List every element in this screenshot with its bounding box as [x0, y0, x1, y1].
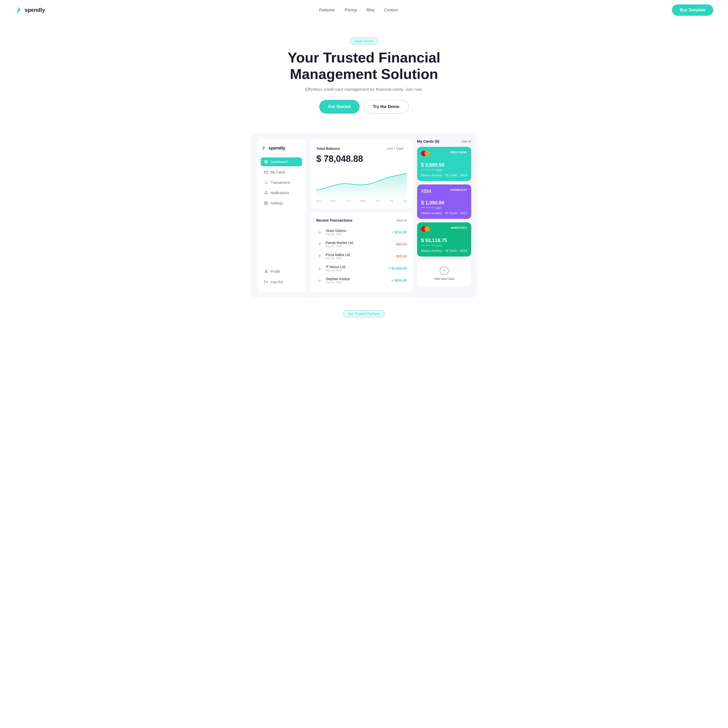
tx-name-1: Panda Market Ltd.: [326, 241, 354, 245]
card-number-1: **** **** **** 9981: [421, 206, 467, 210]
try-demo-button[interactable]: Try the Demo: [364, 100, 409, 114]
card-type-2: Debit: [450, 249, 457, 252]
navbar: spendly Features Pricing Blog Contact Bu…: [0, 0, 728, 20]
tx-date-2: Sep 26, 2023: [326, 257, 351, 260]
svg-point-14: [265, 270, 267, 271]
tx-name-0: Victor Dobrov: [326, 229, 347, 232]
nav-links: Features Pricing Blog Contact: [319, 8, 398, 12]
sidebar-item-profile-label: Profile: [271, 269, 280, 274]
hero-buttons: Get Started Try the Demo: [5, 100, 723, 114]
credit-card-0: HEXA BANK $ 2,680.50 **** **** **** 3456…: [417, 147, 471, 181]
card-amount-1: $ 1,350.86: [421, 200, 467, 206]
profile-icon: [264, 269, 268, 274]
sidebar-bottom: Profile Log Out: [261, 262, 302, 286]
chart-area: [316, 168, 407, 197]
table-row: Panda Market Ltd. Sep 26, 2023 - $85.00: [316, 238, 407, 250]
sidebar-item-dashboard-label: Dashboard: [271, 160, 288, 164]
transactions-view-all[interactable]: view all: [396, 219, 407, 222]
chart-label-sun: Sun: [316, 199, 321, 202]
tx-arrow-icon-1: [316, 241, 323, 248]
card-type-1: Credit: [449, 211, 457, 215]
chart-label-wed: Wed: [360, 199, 366, 202]
sidebar-item-profile[interactable]: Profile: [261, 267, 302, 276]
dashboard-preview: spendly Dashboard My Cards Transactions: [251, 133, 477, 298]
tx-name-3: IT Nexus Ltd.: [326, 265, 346, 269]
period-selector[interactable]: Last 7 Days: [384, 145, 407, 152]
card-holder-1: Markus Aurelius: [421, 211, 442, 215]
nfc-icon-0: [445, 174, 448, 177]
svg-marker-0: [17, 7, 21, 13]
card-amount-0: $ 2,680.50: [421, 162, 467, 168]
hero-subtitle: Effortless credit card management for fi…: [5, 87, 723, 92]
nav-pricing[interactable]: Pricing: [344, 8, 356, 12]
svg-rect-6: [265, 162, 266, 163]
chart-label-sat: Sat: [402, 199, 407, 202]
buy-template-button[interactable]: Buy Template: [672, 5, 713, 16]
chart-label-tue: Tue: [346, 199, 350, 202]
card-icon: [264, 170, 268, 174]
cards-view-all[interactable]: view all: [462, 140, 471, 143]
right-panel: My Cards (5) view all HEXA BANK $ 2,680.…: [417, 139, 471, 292]
nav-features[interactable]: Features: [319, 8, 335, 12]
add-card-icon: +: [440, 266, 449, 275]
card-amount-2: $ 53,118.75: [421, 238, 467, 243]
dashboard-icon: [264, 160, 268, 164]
table-row: Victor Dobrov Sep 26, 2023 + $210.00: [316, 226, 407, 238]
chart-label-fri: Fri: [390, 199, 393, 202]
card-number-2: **** **** **** 0173: [421, 244, 467, 247]
get-started-button[interactable]: Get Started: [319, 100, 359, 114]
sidebar-item-logout[interactable]: Log Out: [261, 277, 302, 286]
nav-contact[interactable]: Contact: [384, 8, 398, 12]
card-nfc-1: Credit: [445, 211, 457, 215]
sidebar-item-settings-label: Settings: [271, 201, 283, 205]
svg-rect-5: [266, 161, 268, 162]
svg-point-23: [447, 252, 447, 252]
hero-title: Your Trusted Financial Management Soluti…: [278, 49, 450, 82]
balance-card: Total Balance Last 7 Days $ 78,048.88: [310, 139, 413, 208]
sidebar-item-logout-label: Log Out: [271, 280, 283, 284]
tx-arrow-icon-4: [316, 277, 323, 284]
sidebar: spendly Dashboard My Cards Transactions: [257, 139, 306, 292]
logo: spendly: [15, 6, 45, 14]
table-row: Pizza Italika Ltd. Sep 26, 2023 - $25.00: [316, 250, 407, 262]
sidebar-item-notifications[interactable]: Notifications: [261, 188, 302, 197]
credit-card-2: NEWSTOCK $ 53,118.75 **** **** **** 0173…: [417, 222, 471, 257]
sidebar-item-my-cards[interactable]: My Cards: [261, 168, 302, 177]
tx-arrow-icon-0: [316, 229, 323, 236]
hero-section: Span Green Your Trusted Financial Manage…: [0, 20, 728, 124]
transactions-icon: [264, 180, 268, 185]
chart-labels: Sun Mon Tue Wed Thu Fri Sat: [316, 199, 407, 202]
card-bank-0: HEXA BANK: [450, 151, 468, 154]
add-card-button[interactable]: + Add new Card: [417, 260, 471, 287]
partners-badge: Our Trusted Partners: [343, 310, 385, 317]
table-row: Stephan Klodze Sep 26, 2023 + $650.00: [316, 274, 407, 286]
tx-name-4: Stephan Klodze: [326, 277, 350, 281]
sidebar-item-my-cards-label: My Cards: [271, 170, 285, 174]
tx-arrow-icon-3: [316, 265, 323, 272]
cards-header: My Cards (5) view all: [417, 139, 471, 144]
logout-icon: [264, 280, 268, 284]
transactions-card: Recent Transactions view all Victor Dobr…: [310, 212, 413, 292]
card-holder-2: Markus Aurelius: [421, 249, 442, 252]
svg-point-13: [266, 203, 267, 203]
svg-rect-8: [265, 171, 268, 173]
chart-label-mon: Mon: [331, 199, 336, 202]
tx-amount-0: + $210.00: [391, 230, 407, 234]
tx-amount-1: - $85.00: [394, 242, 407, 246]
sidebar-item-transactions[interactable]: Transactions: [261, 178, 302, 187]
card-nfc-2: Debit: [445, 249, 457, 252]
tx-amount-4: + $650.00: [391, 278, 407, 282]
card-footer-1: Markus Aurelius Credit 06/25: [421, 211, 467, 215]
sidebar-item-dashboard[interactable]: Dashboard: [261, 158, 302, 166]
nav-blog[interactable]: Blog: [367, 8, 374, 12]
card-type-0: Credit: [449, 174, 457, 177]
nfc-icon-2: [445, 249, 449, 252]
balance-header: Total Balance Last 7 Days: [316, 145, 407, 152]
nfc-icon-1: [445, 211, 448, 215]
gear-icon: [264, 201, 268, 205]
main-content: Total Balance Last 7 Days $ 78,048.88: [310, 139, 413, 292]
cards-title: My Cards (5): [417, 139, 439, 144]
partners-section: Our Trusted Partners: [0, 298, 728, 325]
sidebar-item-notifications-label: Notifications: [271, 191, 289, 195]
sidebar-item-settings[interactable]: Settings: [261, 199, 302, 208]
